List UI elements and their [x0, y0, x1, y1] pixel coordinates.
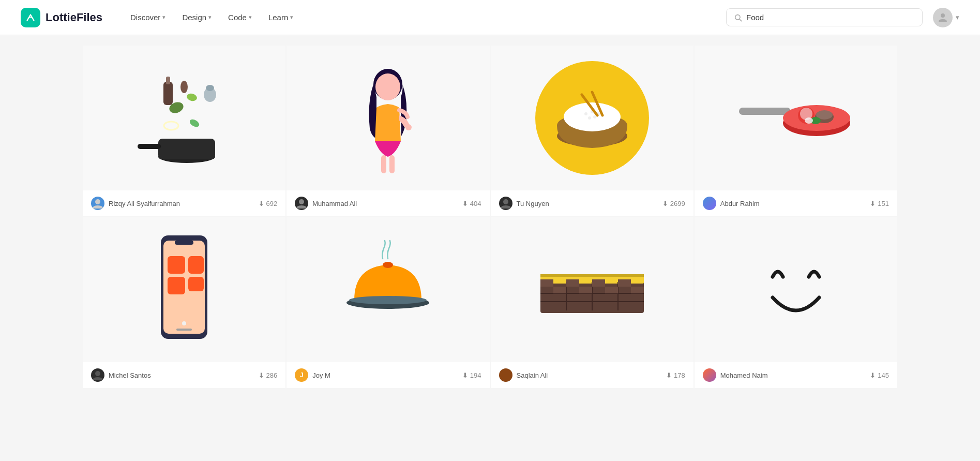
- card-7-footer: Saqlain Ali ⬇ 178: [491, 362, 693, 388]
- rice-bowl-svg: [530, 56, 654, 180]
- chocolate-svg: [535, 248, 649, 331]
- svg-point-2: [941, 13, 945, 18]
- card-1-author-name: Rizqy Ali Syaifurrahman: [109, 200, 180, 207]
- svg-point-16: [95, 199, 100, 204]
- user-menu[interactable]: ▾: [933, 8, 959, 27]
- search-area: [726, 8, 923, 26]
- search-input[interactable]: [746, 13, 915, 22]
- svg-rect-47: [188, 256, 204, 274]
- card-4-downloads: ⬇ 151: [870, 200, 889, 207]
- svg-point-42: [805, 117, 813, 124]
- card-6-footer: J Joy M ⬇ 194: [287, 362, 489, 388]
- logo-text: LottieFiles: [46, 11, 102, 24]
- card-8-avatar: [703, 368, 716, 382]
- svg-point-18: [375, 73, 400, 100]
- card-6-avatar: J: [295, 368, 308, 382]
- download-icon-1: ⬇: [259, 200, 264, 207]
- card-4[interactable]: Abdur Rahim ⬇ 151: [695, 46, 897, 216]
- nav-discover[interactable]: Discover ▾: [123, 9, 173, 26]
- logo-icon: [21, 8, 40, 27]
- svg-rect-58: [540, 274, 644, 277]
- download-icon-6: ⬇: [462, 371, 468, 379]
- card-8-author: Mohamed Naim: [703, 368, 768, 382]
- svg-rect-66: [592, 279, 605, 287]
- card-8-footer: Mohamed Naim ⬇ 145: [695, 362, 897, 388]
- card-1[interactable]: Rizqy Ali Syaifurrahman ⬇ 692: [83, 46, 285, 216]
- svg-point-9: [180, 81, 188, 93]
- card-2-author-name: Muhammad Ali: [312, 200, 357, 207]
- svg-point-29: [588, 116, 591, 120]
- card-5-footer: Michel Santos ⬇ 286: [83, 362, 285, 388]
- card-1-avatar: [91, 197, 104, 210]
- svg-rect-46: [168, 256, 185, 274]
- svg-point-52: [95, 371, 100, 376]
- svg-point-7: [186, 93, 198, 102]
- card-3-footer: Tu Nguyen ⬇ 2699: [491, 190, 693, 216]
- card-5[interactable]: Michel Santos ⬇ 286: [83, 217, 285, 388]
- card-6[interactable]: J Joy M ⬇ 194: [287, 217, 489, 388]
- card-5-image: [83, 217, 285, 362]
- logo[interactable]: LottieFiles: [21, 8, 102, 27]
- card-6-image: [287, 217, 489, 362]
- svg-rect-34: [739, 108, 791, 115]
- design-chevron: ▾: [208, 14, 212, 21]
- woman-svg: [352, 56, 424, 180]
- card-4-footer: Abdur Rahim ⬇ 151: [695, 190, 897, 216]
- card-6-author-name: Joy M: [312, 371, 330, 379]
- card-2-author: Muhammad Ali: [295, 197, 357, 210]
- svg-point-13: [206, 85, 214, 91]
- card-1-image: [83, 46, 285, 190]
- card-7-downloads: ⬇ 178: [666, 371, 685, 379]
- card-3-downloads: ⬇ 2699: [662, 200, 685, 207]
- download-icon-3: ⬇: [662, 200, 668, 207]
- card-8[interactable]: Mohamed Naim ⬇ 145: [695, 217, 897, 388]
- card-7-author: Saqlain Ali: [499, 368, 548, 382]
- cooking-pot-svg: [135, 56, 233, 180]
- svg-point-19: [405, 124, 412, 130]
- frying-pan-svg: [739, 71, 853, 165]
- nav-design[interactable]: Design ▾: [175, 9, 219, 26]
- card-8-image: [695, 217, 897, 362]
- card-5-author-name: Michel Santos: [109, 371, 151, 379]
- card-4-image: [695, 46, 897, 190]
- svg-rect-21: [389, 155, 395, 173]
- card-1-footer: Rizqy Ali Syaifurrahman ⬇ 692: [83, 190, 285, 216]
- svg-point-30: [593, 115, 596, 118]
- svg-rect-5: [138, 144, 161, 149]
- nav-code[interactable]: Code ▾: [221, 9, 259, 26]
- card-7-author-name: Saqlain Ali: [517, 371, 548, 379]
- svg-point-22: [299, 199, 304, 204]
- svg-rect-70: [605, 287, 618, 293]
- card-2-image: [287, 46, 489, 190]
- nav-learn[interactable]: Learn ▾: [261, 9, 300, 26]
- card-3[interactable]: Tu Nguyen ⬇ 2699: [491, 46, 693, 216]
- card-6-author: J Joy M: [295, 368, 330, 382]
- svg-point-15: [188, 118, 200, 128]
- svg-rect-69: [579, 287, 592, 293]
- card-2-downloads: ⬇ 404: [462, 200, 481, 207]
- card-8-downloads: ⬇ 145: [870, 371, 889, 379]
- animation-grid: Rizqy Ali Syaifurrahman ⬇ 692: [83, 46, 897, 388]
- code-chevron: ▾: [249, 14, 252, 21]
- svg-point-51: [182, 321, 186, 325]
- svg-rect-65: [566, 279, 579, 287]
- svg-rect-20: [381, 155, 386, 173]
- card-7[interactable]: Saqlain Ali ⬇ 178: [491, 217, 693, 388]
- card-3-image: [491, 46, 693, 190]
- download-icon-7: ⬇: [666, 371, 672, 379]
- card-2-avatar: [295, 197, 308, 210]
- card-1-downloads: ⬇ 692: [259, 200, 278, 207]
- card-1-author: Rizqy Ali Syaifurrahman: [91, 197, 180, 210]
- search-icon: [734, 13, 742, 22]
- svg-point-33: [503, 199, 508, 204]
- download-icon-8: ⬇: [870, 371, 876, 379]
- card-4-author-name: Abdur Rahim: [720, 200, 760, 207]
- card-2[interactable]: Muhammad Ali ⬇ 404: [287, 46, 489, 216]
- svg-line-1: [740, 19, 742, 21]
- svg-rect-49: [188, 277, 204, 291]
- svg-rect-71: [631, 287, 644, 293]
- card-3-author-name: Tu Nguyen: [517, 200, 549, 207]
- svg-rect-45: [175, 241, 193, 245]
- card-3-author: Tu Nguyen: [499, 197, 549, 210]
- svg-rect-48: [168, 277, 185, 294]
